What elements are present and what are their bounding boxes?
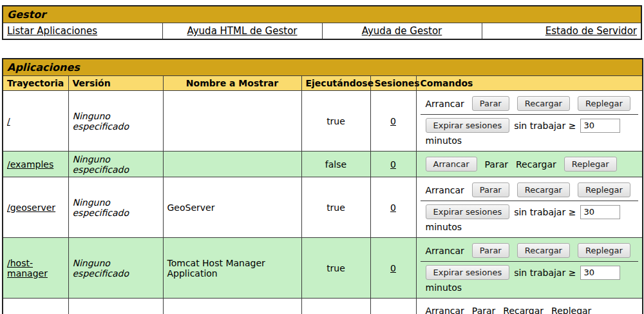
gestor-nav-row: Listar Aplicaciones Ayuda HTML de Gestor… bbox=[3, 23, 641, 40]
applications-header-row: Trayectoria Versión Nombre a Mostrar Eje… bbox=[3, 76, 643, 91]
expire-sessions-button[interactable]: Expirar sesiones bbox=[426, 204, 510, 219]
idle-condition-label: sin trabajar ≥ bbox=[514, 268, 576, 278]
app-row-examples: /examples Ninguno especificado false 0 A… bbox=[3, 152, 643, 177]
app-running-state: false bbox=[301, 152, 370, 177]
app-running-state: true bbox=[301, 91, 370, 152]
stop-button[interactable]: Parar bbox=[472, 243, 509, 258]
col-header-trayectoria: Trayectoria bbox=[3, 76, 68, 91]
app-version: Ninguno especificado bbox=[73, 111, 138, 132]
app-version: Ninguno especificado bbox=[73, 258, 138, 279]
sessions-count-link[interactable]: 0 bbox=[390, 202, 396, 213]
start-command-label: Arrancar bbox=[426, 246, 464, 256]
app-row-geoserver: /geoserver Ninguno especificado GeoServe… bbox=[3, 177, 643, 238]
app-running-state: true bbox=[301, 299, 370, 314]
app-display-name: Tomcat Host Manager Application bbox=[163, 238, 301, 299]
idle-minutes-input[interactable] bbox=[580, 205, 620, 219]
nav-link-estado-servidor[interactable]: Estado de Servidor bbox=[545, 25, 637, 37]
undeploy-button[interactable]: Replegar bbox=[564, 157, 617, 172]
stop-command-label: Parar bbox=[485, 159, 508, 170]
undeploy-button[interactable]: Replegar bbox=[578, 96, 630, 111]
undeploy-button[interactable]: Replegar bbox=[578, 243, 630, 258]
undeploy-button[interactable]: Replegar bbox=[578, 182, 630, 197]
stop-button[interactable]: Parar bbox=[472, 96, 509, 111]
nav-link-ayuda-html-gestor[interactable]: Ayuda HTML de Gestor bbox=[187, 25, 297, 37]
expire-sessions-button[interactable]: Expirar sesiones bbox=[426, 265, 510, 280]
reload-button[interactable]: Recargar bbox=[517, 96, 570, 111]
app-path-link[interactable]: /examples bbox=[7, 159, 53, 170]
start-button[interactable]: Arrancar bbox=[426, 157, 477, 172]
idle-minutes-input[interactable] bbox=[580, 119, 620, 133]
app-display-name bbox=[163, 152, 301, 177]
col-header-ejecutandose: Ejecutándose bbox=[301, 76, 370, 91]
expire-sessions-button[interactable]: Expirar sesiones bbox=[426, 118, 510, 133]
reload-button[interactable]: Recargar bbox=[517, 182, 570, 197]
reload-command-label: Recargar bbox=[516, 159, 556, 170]
start-command-label: Arrancar bbox=[426, 306, 464, 314]
idle-minutes-input[interactable] bbox=[580, 266, 620, 280]
applications-table: Aplicaciones Trayectoria Versión Nombre … bbox=[2, 58, 643, 314]
reload-button[interactable]: Recargar bbox=[517, 243, 570, 258]
start-command-label: Arrancar bbox=[426, 185, 464, 195]
app-row-root: / Ninguno especificado true 0 Arrancar P… bbox=[3, 91, 643, 152]
app-path-link[interactable]: /geoserver bbox=[7, 202, 55, 213]
app-path-link[interactable]: / bbox=[7, 116, 10, 126]
app-version: Ninguno especificado bbox=[73, 154, 138, 175]
gestor-table: Gestor Listar Aplicaciones Ayuda HTML de… bbox=[2, 5, 642, 40]
stop-command-label: Parar bbox=[472, 306, 495, 314]
sessions-count-link[interactable]: 0 bbox=[390, 116, 396, 126]
app-running-state: true bbox=[301, 177, 370, 238]
app-display-name bbox=[163, 91, 301, 152]
reload-command-label: Recargar bbox=[503, 306, 544, 314]
app-row-manager: /manager Ninguno especificado Tomcat Man… bbox=[3, 299, 643, 314]
col-header-version: Versión bbox=[68, 76, 163, 91]
col-header-comandos: Comandos bbox=[416, 76, 643, 91]
app-row-host-manager: /host-manager Ninguno especificado Tomca… bbox=[3, 238, 643, 299]
undeploy-command-label: Replegar bbox=[551, 306, 591, 314]
sessions-count-link[interactable]: 0 bbox=[390, 159, 396, 170]
stop-button[interactable]: Parar bbox=[472, 182, 509, 197]
app-running-state: true bbox=[301, 238, 370, 299]
nav-link-ayuda-gestor[interactable]: Ayuda de Gestor bbox=[362, 25, 442, 37]
minutes-label: minutos bbox=[426, 135, 634, 146]
applications-title: Aplicaciones bbox=[3, 59, 643, 76]
minutes-label: minutos bbox=[426, 222, 634, 232]
app-path-link[interactable]: /host-manager bbox=[7, 258, 48, 279]
app-display-name: Tomcat Manager Application bbox=[163, 299, 301, 314]
start-command-label: Arrancar bbox=[426, 99, 464, 109]
col-header-nombre: Nombre a Mostrar bbox=[163, 76, 301, 91]
minutes-label: minutos bbox=[426, 282, 634, 293]
col-header-sesiones: Sesiones bbox=[370, 76, 416, 91]
idle-condition-label: sin trabajar ≥ bbox=[514, 121, 576, 131]
idle-condition-label: sin trabajar ≥ bbox=[514, 207, 576, 217]
sessions-count-link[interactable]: 0 bbox=[390, 263, 396, 273]
gestor-title: Gestor bbox=[3, 6, 641, 23]
manager-page: Gestor Listar Aplicaciones Ayuda HTML de… bbox=[0, 0, 644, 314]
nav-link-listar-aplicaciones[interactable]: Listar Aplicaciones bbox=[7, 25, 97, 37]
app-display-name: GeoServer bbox=[163, 177, 301, 238]
app-version: Ninguno especificado bbox=[73, 197, 138, 218]
